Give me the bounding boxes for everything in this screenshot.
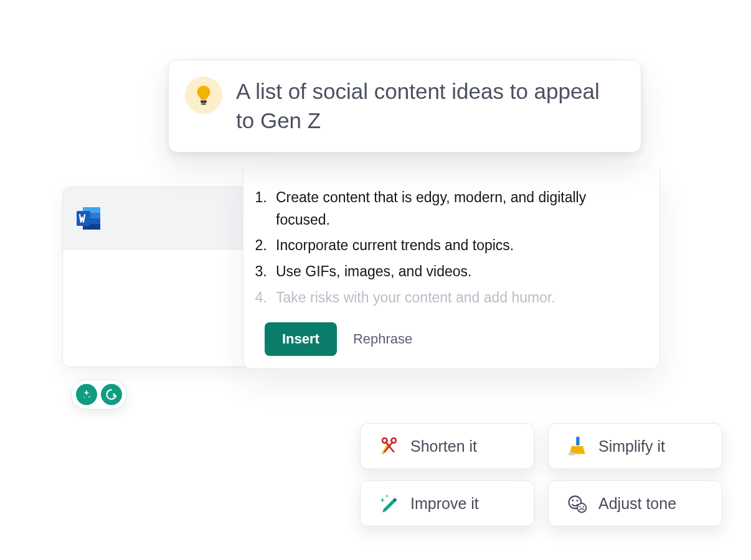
result-item: Take risks with your content and add hum… <box>271 287 638 309</box>
shorten-chip[interactable]: Shorten it <box>360 423 534 469</box>
chip-label: Improve it <box>410 495 479 513</box>
svg-rect-8 <box>201 101 207 103</box>
svg-point-6 <box>88 396 90 398</box>
svg-point-16 <box>572 500 574 502</box>
word-icon <box>74 203 104 233</box>
svg-point-7 <box>84 397 85 398</box>
svg-rect-9 <box>201 103 206 105</box>
rephrase-link[interactable]: Rephrase <box>353 331 412 347</box>
svg-marker-10 <box>381 443 390 454</box>
scissors-icon <box>378 435 400 457</box>
result-item: Use GIFs, images, and videos. <box>271 261 638 283</box>
svg-point-18 <box>577 503 586 512</box>
results-panel: Create content that is edgy, modern, and… <box>243 169 660 369</box>
results-list: Create content that is edgy, modern, and… <box>265 187 638 309</box>
grammarly-pill[interactable] <box>71 380 127 409</box>
pencil-sparkle-icon <box>378 492 400 515</box>
face-adjust-icon <box>566 492 588 515</box>
prompt-card: A list of social content ideas to appeal… <box>168 60 641 152</box>
improve-chip[interactable]: Improve it <box>360 480 534 526</box>
word-app-header <box>63 187 248 250</box>
result-item: Create content that is edgy, modern, and… <box>271 187 638 231</box>
chip-label: Simplify it <box>598 437 665 455</box>
adjust-tone-chip[interactable]: Adjust tone <box>548 480 722 526</box>
insert-button[interactable]: Insert <box>265 322 337 356</box>
chip-label: Shorten it <box>410 437 477 455</box>
svg-point-20 <box>583 506 584 507</box>
svg-point-17 <box>577 500 579 502</box>
lightbulb-icon <box>185 77 222 114</box>
svg-rect-13 <box>576 437 579 446</box>
svg-point-14 <box>569 452 575 455</box>
result-item: Incorporate current trends and topics. <box>271 235 638 257</box>
sparkle-icon <box>76 384 97 405</box>
prompt-text: A list of social content ideas to appeal… <box>236 77 622 136</box>
chip-label: Adjust tone <box>598 495 676 513</box>
broom-icon <box>566 435 588 457</box>
svg-point-19 <box>579 506 580 507</box>
suggestion-chips: Shorten it Simplify it <box>324 423 722 526</box>
grammarly-icon <box>101 384 122 405</box>
results-actions: Insert Rephrase <box>265 322 638 356</box>
simplify-chip[interactable]: Simplify it <box>548 423 722 469</box>
word-app-card <box>62 187 249 367</box>
